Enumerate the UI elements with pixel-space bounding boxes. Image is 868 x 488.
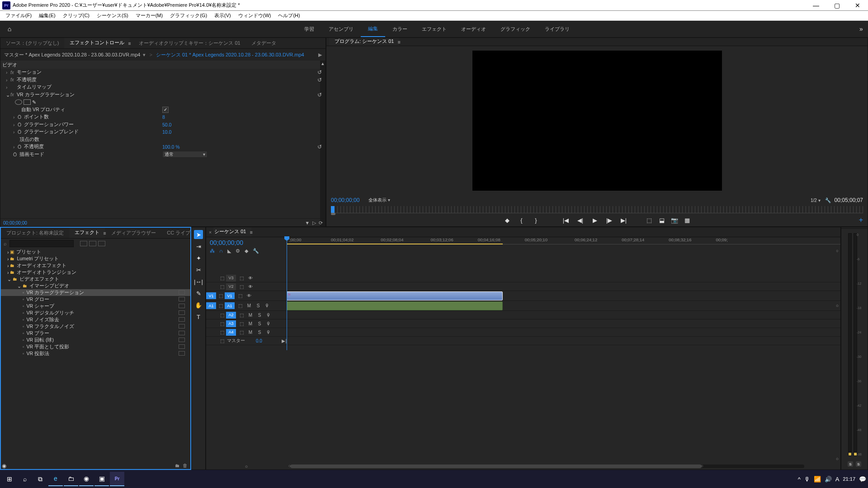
prop-vertex-count[interactable]: 頂点の数	[0, 136, 326, 144]
horiz-zoom-out-icon[interactable]: ○	[206, 464, 287, 469]
chevron-down-icon[interactable]: ▾	[143, 52, 146, 58]
status-eye-icon[interactable]: ◉	[2, 463, 6, 469]
menu-file[interactable]: ファイル(F)	[2, 12, 35, 19]
mask-ellipse-icon[interactable]	[15, 99, 22, 105]
play-only-icon[interactable]: ▷	[312, 220, 316, 225]
task-view-icon[interactable]: ⧉	[33, 472, 47, 486]
mark-out-icon[interactable]: }	[532, 217, 540, 224]
effect-vr-gradation[interactable]: ⌄fx VR カラーグラデーション ↺	[0, 91, 326, 99]
reset-icon[interactable]: ↺	[317, 69, 322, 75]
start-button[interactable]: ⊞	[2, 472, 17, 486]
mask-pen-icon[interactable]: ✎	[32, 99, 39, 105]
track-v2-header[interactable]: ⬚V2⬚👁	[206, 282, 287, 291]
track-v3-header[interactable]: ⬚V3⬚👁	[206, 274, 287, 282]
workspace-assembly[interactable]: アセンブリ	[321, 21, 361, 37]
workspace-learning[interactable]: 学習	[297, 21, 321, 37]
prop-grad-blend[interactable]: ›Ö グラデーションブレンド 10.0	[0, 128, 326, 136]
caption-track-icon[interactable]: ◆	[245, 248, 248, 254]
tab-menu-icon[interactable]: ≡	[128, 41, 133, 46]
workspace-effects[interactable]: エフェクト	[415, 21, 454, 37]
add-marker-icon[interactable]: ◣	[227, 248, 231, 254]
solo-right-button[interactable]: S	[856, 461, 861, 467]
hand-tool-icon[interactable]: ✋	[194, 300, 203, 310]
ec-timecode[interactable]: 00;00;00;00	[0, 219, 326, 226]
program-ruler[interactable]	[331, 206, 863, 213]
tab-source[interactable]: ソース：(クリップなし)	[0, 38, 64, 48]
track-a3-header[interactable]: ⬚A3⬚MS🎙	[206, 319, 287, 328]
accelerated-badge-icon[interactable]	[80, 241, 87, 246]
timeline-horiz-scrollbar[interactable]	[290, 465, 804, 468]
volume-icon[interactable]: 🔊	[825, 476, 832, 483]
menu-clip[interactable]: クリップ(C)	[59, 12, 93, 19]
wrench-icon[interactable]: 🔧	[253, 248, 259, 254]
point-count-value[interactable]: 8	[162, 114, 165, 120]
menu-help[interactable]: ヘルプ(H)	[274, 12, 303, 19]
window-minimize-button[interactable]: —	[806, 0, 826, 11]
window-maximize-button[interactable]: ▢	[826, 0, 847, 11]
track-v1-header[interactable]: V1⬚V1⬚👁	[206, 291, 287, 301]
type-tool-icon[interactable]: T	[194, 312, 203, 321]
button-editor-icon[interactable]: +	[859, 216, 863, 224]
premiere-icon[interactable]: Pr	[110, 472, 124, 486]
delete-icon[interactable]: 🗑	[183, 463, 188, 468]
tab-project[interactable]: プロジェクト: 名称未設定	[1, 228, 69, 238]
effect-time-remap[interactable]: › タイムリマップ	[0, 84, 326, 91]
grad-blend-value[interactable]: 10.0	[162, 129, 171, 135]
folder-audio-fx[interactable]: › 🖿オーディオエフェクト	[1, 262, 190, 269]
mic-icon[interactable]: 🎙	[804, 476, 810, 483]
solo-left-button[interactable]: S	[848, 461, 853, 467]
zoom-scroll-diamond-icon[interactable]: ○	[836, 248, 839, 253]
comparison-view-icon[interactable]: ▦	[683, 217, 691, 224]
track-select-tool-icon[interactable]: ⇥	[194, 242, 203, 251]
reset-icon[interactable]: ↺	[317, 77, 322, 83]
folder-audio-trans[interactable]: › 🖿オーディオトランジション	[1, 269, 190, 276]
step-forward-icon[interactable]: |▶	[605, 217, 613, 224]
go-to-next-icon[interactable]: ▶|	[282, 338, 287, 343]
loop-icon[interactable]: ⟳	[319, 220, 323, 225]
zoom-diamond-icon[interactable]: ○	[836, 303, 839, 308]
preset-vr-glow[interactable]: ▫VR グロー	[1, 296, 190, 303]
grad-power-value[interactable]: 50.0	[162, 122, 171, 127]
blend-mode-select[interactable]: 通常	[162, 151, 208, 158]
zoom-diamond-icon[interactable]: ○	[836, 456, 839, 461]
window-close-button[interactable]: ✕	[847, 0, 868, 11]
mask-rect-icon[interactable]	[24, 99, 31, 105]
menu-window[interactable]: ウィンドウ(W)	[235, 12, 275, 19]
menu-sequence[interactable]: シーケンス(S)	[93, 12, 132, 19]
tray-expand-icon[interactable]: ^	[798, 476, 801, 483]
program-in-timecode[interactable]: 00;00;00;00	[331, 197, 359, 203]
timeline-timecode[interactable]: 00;00;00;00	[210, 239, 283, 246]
preset-vr-glitch[interactable]: ▫VR デジタルグリッチ	[1, 310, 190, 316]
effect-motion[interactable]: ›fx モーション ↺	[0, 69, 326, 76]
tab-media-browser[interactable]: メディアブラウザー	[106, 228, 161, 238]
preset-vr-project-plane[interactable]: ▫VR 平面として投影	[1, 343, 190, 350]
workspace-overflow-icon[interactable]: »	[854, 25, 868, 33]
explorer-icon[interactable]: 🗀	[64, 472, 78, 486]
new-bin-icon[interactable]: 🖿	[175, 463, 180, 468]
track-a1-header[interactable]: A1⬚A1⬚MS🎙	[206, 301, 287, 311]
play-icon[interactable]: ▶	[591, 217, 599, 224]
timeline-settings-icon[interactable]: ⚙	[236, 248, 240, 254]
auto-vr-checkbox[interactable]: ✓	[162, 107, 169, 113]
tab-audio-mixer[interactable]: オーディオクリップミキサー：シーケンス 01	[133, 38, 245, 48]
home-icon[interactable]: ⌂	[0, 25, 19, 33]
preset-vr-blur[interactable]: ▫VR ブラー	[1, 330, 190, 337]
lift-icon[interactable]: ⬚	[645, 217, 653, 224]
opacity-value[interactable]: 100.0 %	[162, 144, 180, 150]
timeline-playhead[interactable]	[287, 237, 287, 350]
track-a4-header[interactable]: ⬚A4⬚MS🎙	[206, 328, 287, 337]
prop-point-count[interactable]: ›Ö ポイント数 8	[0, 113, 326, 121]
folder-lumetri[interactable]: › 🖿Lumetri プリセット	[1, 255, 190, 262]
preset-vr-rotate[interactable]: ▫VR 回転 (球)	[1, 337, 190, 343]
notifications-icon[interactable]: 💬	[859, 476, 866, 483]
tab-effect-controls[interactable]: エフェクトコントロール	[64, 38, 130, 48]
reset-icon[interactable]: ↺	[317, 144, 322, 150]
32bit-badge-icon[interactable]	[89, 241, 96, 246]
search-icon[interactable]: ⌕	[18, 472, 32, 486]
app-icon[interactable]: ▣	[94, 472, 109, 486]
go-to-in-icon[interactable]: |◀	[562, 217, 570, 224]
audio-clip[interactable]	[287, 301, 503, 310]
track-a2-header[interactable]: ⬚A2⬚MS🎙	[206, 311, 287, 319]
taskbar-clock[interactable]: 21:17	[843, 476, 855, 482]
menu-view[interactable]: 表示(V)	[211, 12, 235, 19]
